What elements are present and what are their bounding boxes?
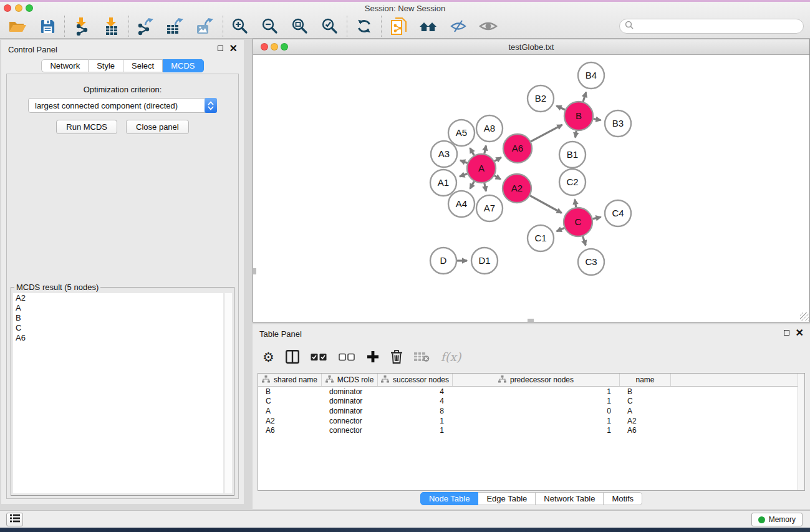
column-header-successor-nodes[interactable]: successor nodes (378, 374, 453, 386)
edge-A-A3[interactable] (460, 160, 468, 163)
import-table-icon[interactable] (102, 16, 122, 37)
import-network-icon[interactable] (72, 16, 92, 37)
close-panel-button[interactable]: Close panel (126, 120, 189, 134)
edge-A6-B[interactable] (531, 125, 562, 142)
column-header-name[interactable]: name (620, 374, 671, 386)
node-B4[interactable]: B4 (578, 62, 604, 89)
edge-C-C4[interactable] (592, 217, 600, 219)
result-item[interactable]: A6 (13, 333, 223, 343)
node-A2[interactable]: A2 (503, 174, 531, 203)
table-tab-edge-table[interactable]: Edge Table (478, 492, 536, 505)
table-cell[interactable]: A (620, 407, 671, 415)
result-scrollbar[interactable] (224, 293, 232, 493)
edge-A2-C[interactable] (530, 196, 562, 213)
table-cell[interactable]: 8 (378, 407, 453, 415)
node-C1[interactable]: C1 (528, 225, 554, 251)
search-input[interactable] (637, 21, 798, 32)
export-image-icon[interactable] (196, 16, 216, 37)
table-tab-network-table[interactable]: Network Table (536, 492, 604, 505)
home-icon[interactable] (418, 16, 438, 37)
table-cell[interactable]: A6 (620, 426, 671, 435)
column-header-shared-name[interactable]: shared name (258, 374, 322, 386)
node-D[interactable]: D (430, 248, 456, 274)
zoom-out-icon[interactable] (260, 16, 280, 37)
result-item[interactable]: C (13, 323, 223, 333)
node-A6[interactable]: A6 (503, 134, 532, 163)
tab-network[interactable]: Network (41, 59, 89, 72)
result-item[interactable]: B (13, 313, 223, 323)
delete-row-icon[interactable] (390, 349, 403, 364)
node-A3[interactable]: A3 (431, 141, 457, 167)
result-item[interactable]: A (13, 303, 223, 313)
edge-A-A2[interactable] (494, 176, 501, 180)
network-canvas[interactable]: B4B2BB3A8A5A6A3B1AA1C2A2A4A7C4CC1C3DD1 (253, 56, 809, 322)
edge-C-C3[interactable] (583, 236, 586, 246)
export-table-icon[interactable] (166, 16, 186, 37)
table-cell[interactable]: connector (322, 426, 378, 435)
node-A5[interactable]: A5 (448, 120, 475, 146)
edge-A-A1[interactable] (460, 174, 467, 177)
edge-B-B4[interactable] (583, 92, 586, 102)
table-cell[interactable]: A6 (258, 426, 322, 435)
show-panel-icon[interactable] (478, 16, 498, 37)
column-header-predecessor-nodes[interactable]: predecessor nodes (453, 374, 620, 386)
node-A7[interactable]: A7 (476, 195, 503, 221)
node-B1[interactable]: B1 (559, 142, 586, 168)
table-row[interactable]: A2connector11A2 (258, 416, 804, 426)
edge-B-B3[interactable] (594, 119, 601, 120)
node-B3[interactable]: B3 (605, 110, 631, 137)
table-cell[interactable]: A (258, 407, 322, 415)
node-D1[interactable]: D1 (471, 248, 498, 274)
edge-A-A7[interactable] (485, 183, 486, 191)
search-box[interactable] (619, 19, 804, 34)
node-C4[interactable]: C4 (605, 200, 631, 226)
table-cell[interactable]: C (258, 397, 322, 405)
node-C[interactable]: C (564, 208, 592, 236)
add-column-icon[interactable] (367, 351, 379, 363)
node-A[interactable]: A (467, 154, 496, 183)
node-A4[interactable]: A4 (448, 191, 475, 217)
table-cell[interactable]: 1 (453, 426, 620, 435)
refresh-icon[interactable] (354, 16, 374, 37)
table-cell[interactable]: 0 (453, 407, 620, 415)
network-window-titlebar[interactable]: testGlobe.txt (253, 39, 809, 55)
table-row[interactable]: Bdominator41B (258, 387, 804, 397)
select-all-icon[interactable] (311, 353, 327, 361)
table-cell[interactable]: dominator (322, 387, 378, 396)
table-cell[interactable]: B (258, 387, 322, 396)
tab-select[interactable]: Select (123, 59, 163, 72)
table-cell[interactable]: 1 (453, 397, 620, 405)
zoom-fit-icon[interactable] (290, 16, 310, 37)
float-panel-icon[interactable] (218, 46, 223, 51)
columns-icon[interactable] (286, 350, 299, 364)
mcds-result-list[interactable]: A2ABCA6 (13, 293, 223, 493)
table-row[interactable]: Adominator80A (258, 406, 804, 416)
table-cell[interactable]: 1 (453, 417, 620, 425)
network-from-file-icon[interactable] (388, 16, 408, 37)
table-row[interactable]: Cdominator41C (258, 397, 804, 407)
node-A8[interactable]: A8 (476, 115, 503, 142)
table-cell[interactable]: A2 (620, 417, 671, 425)
close-panel-icon[interactable]: ✕ (229, 45, 238, 52)
table-cell[interactable]: 1 (378, 417, 453, 425)
hide-panel-icon[interactable] (448, 16, 468, 37)
save-session-icon[interactable] (37, 16, 57, 37)
zoom-selected-icon[interactable] (320, 16, 340, 37)
tab-style[interactable]: Style (89, 59, 123, 72)
table-cell[interactable]: B (620, 387, 671, 396)
edge-A-A5[interactable] (470, 148, 475, 155)
edge-A-A6[interactable] (494, 158, 501, 162)
edge-A-A4[interactable] (470, 181, 475, 189)
table-cell[interactable]: 1 (453, 387, 620, 396)
resize-grip-icon[interactable] (800, 312, 809, 321)
tab-mcds[interactable]: MCDS (163, 59, 203, 72)
export-network-icon[interactable] (136, 16, 156, 37)
column-header-mcds-role[interactable]: MCDS role (322, 374, 378, 386)
h-scroll-indicator[interactable] (528, 319, 534, 322)
deselect-all-icon[interactable] (339, 353, 355, 361)
table-row[interactable]: A6connector11A6 (258, 425, 804, 435)
table-tab-node-table[interactable]: Node Table (420, 492, 479, 505)
edge-A-A8[interactable] (485, 145, 486, 153)
edge-B-B2[interactable] (556, 106, 565, 110)
table-cell[interactable]: connector (322, 417, 378, 425)
